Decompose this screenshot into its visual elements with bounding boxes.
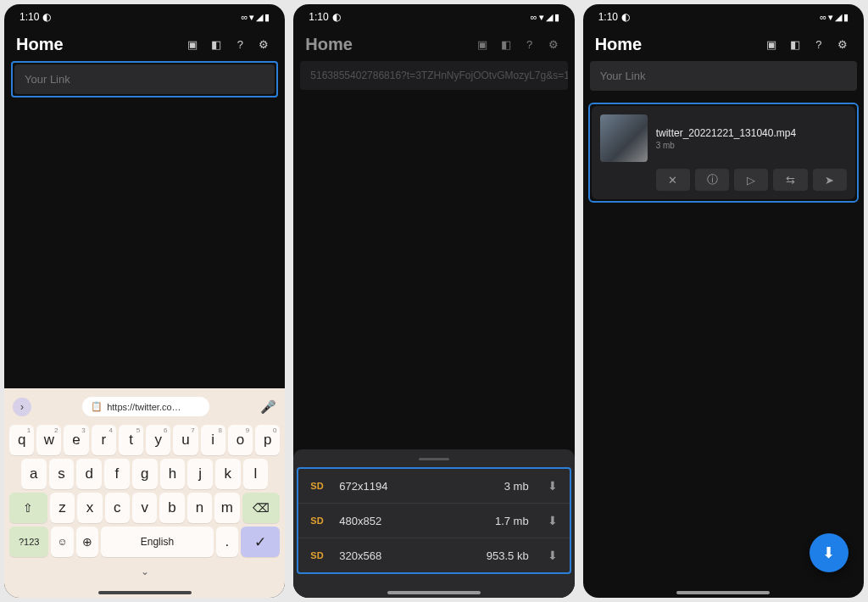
key-w[interactable]: w2 (36, 425, 61, 455)
gear-icon[interactable]: ⚙ (833, 36, 852, 54)
key-i[interactable]: i8 (201, 425, 225, 455)
repeat-button[interactable]: ⇆ (773, 169, 807, 191)
status-app-icon: ◐ (621, 11, 630, 23)
download-icon: ⬇ (548, 514, 558, 527)
key-q[interactable]: q1 (9, 425, 34, 455)
status-time: 1:10 (598, 11, 618, 23)
symbols-key[interactable]: ?123 (9, 527, 48, 557)
gear-icon[interactable]: ⚙ (254, 36, 273, 54)
page-title: Home (595, 35, 643, 54)
key-j[interactable]: j (187, 459, 213, 489)
home-indicator[interactable] (387, 591, 481, 594)
download-option[interactable]: SD320x568953.5 kb⬇ (298, 538, 569, 572)
status-time: 1:10 (309, 11, 328, 23)
key-d[interactable]: d (76, 459, 102, 489)
delete-button[interactable]: ✕ (656, 169, 690, 191)
key-a[interactable]: a (21, 459, 47, 489)
library-icon[interactable]: ▣ (183, 36, 202, 54)
play-button[interactable]: ▷ (734, 169, 768, 191)
status-bar: 1:10 ◐ ∞ ▾ ◢ ▮ (583, 4, 864, 26)
key-g[interactable]: g (132, 459, 158, 489)
download-fab[interactable]: ⬇ (810, 533, 849, 572)
download-filename: twitter_20221221_131040.mp4 (656, 127, 796, 139)
enter-key[interactable]: ✓ (241, 527, 280, 557)
shift-key[interactable]: ⇧ (9, 493, 47, 523)
page-title: Home (305, 35, 353, 54)
space-key[interactable]: English (101, 527, 213, 557)
app-header: Home ▣ ◧ ? ⚙ (293, 26, 574, 61)
status-bar: 1:10 ◐ ∞ ▾ ◢ ▮ (4, 4, 285, 26)
link-input[interactable] (590, 61, 857, 91)
link-input[interactable]: 5163855402786816?t=3TZHnNyFojOOtvGMozyL7… (300, 61, 567, 90)
share-button[interactable]: ➤ (813, 169, 847, 191)
key-z[interactable]: z (50, 493, 75, 523)
keyboard-collapse-icon[interactable]: ⌄ (141, 566, 149, 577)
sheet-handle[interactable] (419, 458, 449, 460)
download-size: 3 mb (656, 141, 796, 150)
key-o[interactable]: o9 (228, 425, 253, 455)
mic-icon[interactable]: 🎤 (260, 399, 276, 415)
file-size-label: 953.5 kb (487, 549, 529, 562)
library-icon[interactable]: ▣ (762, 36, 781, 54)
key-t[interactable]: t5 (119, 425, 143, 455)
key-u[interactable]: u7 (173, 425, 198, 455)
quality-badge: SD (310, 550, 329, 560)
page-title: Home (16, 35, 64, 54)
help-icon[interactable]: ? (810, 36, 828, 54)
status-bar: 1:10 ◐ ∞ ▾ ◢ ▮ (293, 4, 574, 26)
key-h[interactable]: h (160, 459, 186, 489)
download-option[interactable]: SD672x11943 mb⬇ (298, 469, 569, 503)
key-m[interactable]: m (214, 493, 239, 523)
globe-key[interactable]: ⊕ (76, 527, 98, 557)
bookmark-icon[interactable]: ◧ (207, 36, 225, 54)
content-area: twitter_20221221_131040.mp4 3 mb ✕ ⓘ ▷ ⇆… (583, 98, 864, 598)
phone-screen-2: 1:10 ◐ ∞ ▾ ◢ ▮ Home ▣ ◧ ? ⚙ 516385540278… (293, 4, 574, 598)
key-f[interactable]: f (104, 459, 130, 489)
bookmark-icon[interactable]: ◧ (497, 36, 515, 54)
gear-icon[interactable]: ⚙ (544, 36, 563, 54)
download-icon: ⬇ (548, 549, 558, 562)
key-b[interactable]: b (159, 493, 184, 523)
keyboard-expand-icon[interactable]: › (13, 398, 31, 416)
emoji-key[interactable]: ☺ (51, 527, 73, 557)
keyboard: › 📋 https://twitter.co… 🎤 q1w2e3r4t5y6u7… (4, 388, 285, 598)
key-v[interactable]: v (132, 493, 157, 523)
download-option[interactable]: SD480x8521.7 mb⬇ (298, 503, 569, 538)
key-x[interactable]: x (77, 493, 102, 523)
phone-screen-1: 1:10 ◐ ∞ ▾ ◢ ▮ Home ▣ ◧ ? ⚙ › 📋 https://… (4, 4, 285, 598)
quality-badge: SD (310, 516, 329, 526)
link-input[interactable] (14, 64, 275, 94)
key-c[interactable]: c (105, 493, 130, 523)
key-e[interactable]: e3 (64, 425, 88, 455)
info-button[interactable]: ⓘ (695, 169, 729, 191)
video-thumbnail[interactable] (600, 114, 648, 162)
key-y[interactable]: y6 (146, 425, 170, 455)
backspace-key[interactable]: ⌫ (242, 493, 281, 523)
key-p[interactable]: p0 (255, 425, 280, 455)
key-k[interactable]: k (215, 459, 241, 489)
home-indicator[interactable] (676, 591, 770, 594)
period-key[interactable]: . (216, 527, 238, 557)
help-icon[interactable]: ? (231, 36, 249, 54)
keyboard-suggestion[interactable]: 📋 https://twitter.co… (82, 397, 209, 416)
library-icon[interactable]: ▣ (473, 36, 492, 54)
help-icon[interactable]: ? (520, 36, 539, 54)
resolution-label: 672x1194 (339, 480, 493, 493)
app-header: Home ▣ ◧ ? ⚙ (583, 26, 864, 61)
content-area: SD672x11943 mb⬇SD480x8521.7 mb⬇SD320x568… (293, 97, 574, 598)
key-r[interactable]: r4 (92, 425, 116, 455)
bookmark-icon[interactable]: ◧ (786, 36, 804, 54)
resolution-label: 480x852 (339, 515, 485, 527)
file-size-label: 1.7 mb (495, 515, 529, 527)
status-time: 1:10 (19, 11, 39, 23)
key-s[interactable]: s (49, 459, 75, 489)
app-header: Home ▣ ◧ ? ⚙ (4, 26, 285, 61)
phone-screen-3: 1:10 ◐ ∞ ▾ ◢ ▮ Home ▣ ◧ ? ⚙ twitter_202 (583, 4, 864, 598)
quality-badge: SD (310, 481, 329, 491)
status-app-icon: ◐ (42, 11, 51, 23)
home-indicator[interactable] (98, 591, 192, 594)
download-sheet: SD672x11943 mb⬇SD480x8521.7 mb⬇SD320x568… (293, 449, 574, 598)
key-l[interactable]: l (243, 459, 269, 489)
key-n[interactable]: n (187, 493, 212, 523)
status-icons: ∞ ▾ ◢ ▮ (820, 12, 849, 23)
